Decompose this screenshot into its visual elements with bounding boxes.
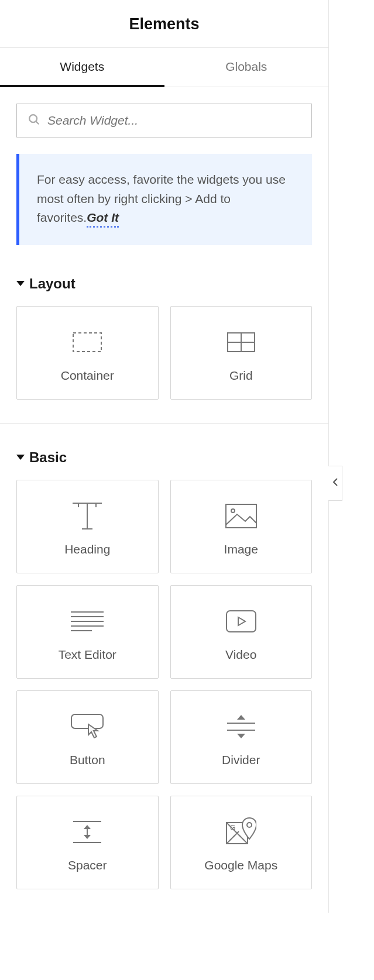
widget-label: Text Editor <box>59 648 116 662</box>
widget-label: Spacer <box>68 858 107 872</box>
collapse-panel-button[interactable] <box>328 466 342 501</box>
widget-container[interactable]: Container <box>16 306 159 400</box>
svg-marker-24 <box>237 734 245 738</box>
svg-rect-11 <box>226 504 256 528</box>
widget-label: Video <box>225 648 256 662</box>
widget-spacer[interactable]: Spacer <box>16 796 159 889</box>
button-icon <box>71 712 104 741</box>
svg-marker-19 <box>238 617 245 625</box>
divider-icon <box>226 712 256 741</box>
grid-icon <box>227 328 255 357</box>
basic-grid: Heading Image Text Editor Video <box>16 480 312 889</box>
widget-divider[interactable]: Divider <box>170 690 313 784</box>
image-icon <box>225 501 257 531</box>
section-toggle-layout[interactable]: Layout <box>16 276 312 292</box>
favorites-tip: For easy access, favorite the widgets yo… <box>16 154 312 245</box>
text-editor-icon <box>71 607 104 636</box>
widget-video[interactable]: Video <box>170 585 313 679</box>
section-title-layout: Layout <box>29 276 76 292</box>
search-icon <box>28 113 40 128</box>
elements-panel: Elements Widgets Globals For easy access… <box>0 0 329 913</box>
widget-label: Image <box>224 542 258 556</box>
svg-marker-28 <box>84 835 91 839</box>
tab-widgets[interactable]: Widgets <box>0 48 164 87</box>
caret-down-icon <box>16 281 25 286</box>
tabs: Widgets Globals <box>0 48 328 87</box>
svg-point-12 <box>231 509 235 513</box>
svg-point-0 <box>29 115 37 122</box>
widget-label: Container <box>61 369 114 383</box>
section-divider <box>0 423 328 424</box>
tab-widgets-label: Widgets <box>60 60 104 73</box>
widget-label: Grid <box>229 369 253 383</box>
panel-header: Elements <box>0 0 328 48</box>
widget-button[interactable]: Button <box>16 690 159 784</box>
container-icon <box>73 328 102 357</box>
tip-dismiss[interactable]: Got It <box>87 211 119 228</box>
video-icon <box>226 607 256 636</box>
caret-down-icon <box>16 455 25 460</box>
search-box[interactable] <box>16 104 312 137</box>
svg-text:G: G <box>230 824 235 832</box>
widget-google-maps[interactable]: G Google Maps <box>170 796 313 889</box>
widget-label: Button <box>70 753 105 767</box>
svg-line-1 <box>36 121 39 124</box>
panel-title: Elements <box>0 15 328 33</box>
svg-marker-21 <box>237 715 245 720</box>
tip-text: For easy access, favorite the widgets yo… <box>37 173 286 224</box>
layout-grid: Container Grid <box>16 306 312 400</box>
widget-label: Divider <box>222 753 260 767</box>
widget-text-editor[interactable]: Text Editor <box>16 585 159 679</box>
spacer-icon <box>72 817 102 847</box>
tab-globals[interactable]: Globals <box>164 48 329 87</box>
svg-rect-20 <box>71 714 103 728</box>
search-input[interactable] <box>47 114 301 128</box>
svg-rect-18 <box>227 611 256 632</box>
section-toggle-basic[interactable]: Basic <box>16 449 312 466</box>
svg-rect-2 <box>73 333 101 352</box>
widget-heading[interactable]: Heading <box>16 480 159 573</box>
widget-label: Heading <box>64 542 110 556</box>
panel-content: For easy access, favorite the widgets yo… <box>0 87 328 913</box>
section-title-basic: Basic <box>29 449 67 466</box>
chevron-left-icon <box>332 477 338 489</box>
heading-icon <box>71 501 103 531</box>
widget-image[interactable]: Image <box>170 480 313 573</box>
widget-label: Google Maps <box>204 858 277 872</box>
maps-icon: G <box>226 817 256 847</box>
widget-grid[interactable]: Grid <box>170 306 313 400</box>
tab-globals-label: Globals <box>225 60 267 73</box>
